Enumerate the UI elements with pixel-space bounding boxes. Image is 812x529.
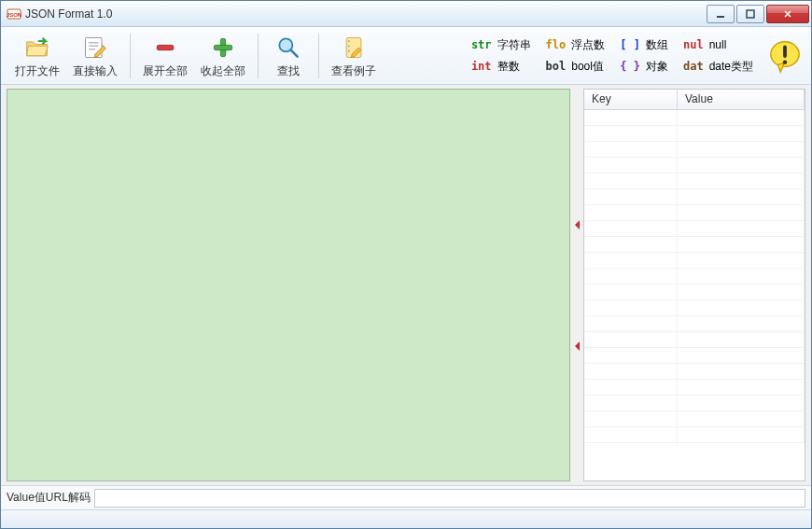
svg-rect-5 xyxy=(157,45,174,49)
minus-icon xyxy=(151,34,179,62)
table-row[interactable] xyxy=(584,427,805,443)
plus-icon xyxy=(209,34,237,62)
table-row[interactable] xyxy=(584,158,805,174)
svg-rect-2 xyxy=(717,16,724,18)
search-icon xyxy=(274,34,302,62)
notebook-icon xyxy=(340,34,368,62)
find-label: 查找 xyxy=(277,63,300,79)
toolbar-separator xyxy=(318,34,319,78)
table-row[interactable] xyxy=(584,411,805,427)
open-file-button[interactable]: 打开文件 xyxy=(8,29,66,82)
svg-point-11 xyxy=(348,45,350,47)
toolbar-separator xyxy=(130,34,131,78)
warning-icon[interactable] xyxy=(766,37,804,75)
toolbar: 打开文件 直接输入 展开全部 收起全部 xyxy=(1,27,811,85)
table-row[interactable] xyxy=(584,205,805,221)
legend-bol: bolbool值 xyxy=(546,59,606,75)
legend-int: int整数 xyxy=(471,59,531,75)
splitter-handle[interactable] xyxy=(574,89,580,481)
table-row[interactable] xyxy=(584,269,805,285)
app-icon: JSON xyxy=(7,7,21,21)
svg-rect-3 xyxy=(747,10,754,18)
col-key[interactable]: Key xyxy=(584,90,678,109)
table-row[interactable] xyxy=(584,396,805,411)
window-title: JSON Format 1.0 xyxy=(25,7,705,21)
table-row[interactable] xyxy=(584,142,805,158)
edit-icon xyxy=(81,34,109,62)
table-row[interactable] xyxy=(584,380,805,396)
find-button[interactable]: 查找 xyxy=(264,29,313,82)
legend-nul: nulnull xyxy=(683,38,753,51)
table-body[interactable] xyxy=(584,110,805,480)
svg-rect-14 xyxy=(783,45,787,57)
minimize-button[interactable] xyxy=(707,5,735,23)
direct-input-label: 直接输入 xyxy=(73,63,118,79)
table-row[interactable] xyxy=(584,110,805,126)
table-row[interactable] xyxy=(584,189,805,205)
col-value[interactable]: Value xyxy=(678,90,805,109)
table-row[interactable] xyxy=(584,237,805,253)
svg-text:JSON: JSON xyxy=(7,12,21,18)
status-bar xyxy=(1,509,811,528)
table-header: Key Value xyxy=(584,90,805,110)
toolbar-separator xyxy=(258,34,259,78)
collapse-all-button[interactable]: 收起全部 xyxy=(194,29,252,82)
url-decode-input[interactable] xyxy=(94,489,805,508)
content-area: Key Value xyxy=(1,85,811,485)
table-row[interactable] xyxy=(584,300,805,316)
app-window: JSON JSON Format 1.0 打开文件 xyxy=(0,0,812,529)
open-file-label: 打开文件 xyxy=(15,63,60,79)
collapse-all-label: 收起全部 xyxy=(201,63,245,79)
expand-all-button[interactable]: 展开全部 xyxy=(136,29,194,82)
table-row[interactable] xyxy=(584,174,805,189)
kv-table: Key Value xyxy=(583,89,805,481)
table-row[interactable] xyxy=(584,285,805,300)
expand-all-label: 展开全部 xyxy=(143,63,188,79)
view-example-label: 查看例子 xyxy=(331,63,376,79)
json-editor[interactable] xyxy=(7,89,570,481)
close-button[interactable] xyxy=(766,5,809,23)
window-controls xyxy=(705,5,809,23)
bottom-bar: Value值URL解码 xyxy=(1,485,811,509)
svg-point-10 xyxy=(348,40,350,42)
folder-open-icon xyxy=(23,34,51,62)
svg-rect-7 xyxy=(214,45,231,49)
legend-str: str字符串 xyxy=(471,37,531,53)
splitter-arrow-icon xyxy=(575,341,580,351)
titlebar[interactable]: JSON JSON Format 1.0 xyxy=(1,1,811,27)
table-row[interactable] xyxy=(584,364,805,380)
maximize-button[interactable] xyxy=(736,5,764,23)
legend-flo: flo浮点数 xyxy=(546,37,606,53)
legend-arr: [ ]数组 xyxy=(620,37,668,53)
svg-point-15 xyxy=(783,60,787,63)
table-row[interactable] xyxy=(584,126,805,142)
url-decode-label: Value值URL解码 xyxy=(7,490,91,506)
legend-obj: { }对象 xyxy=(620,59,668,75)
type-legend: str字符串 flo浮点数 [ ]数组 nulnull int整数 bolboo… xyxy=(471,37,761,75)
table-row[interactable] xyxy=(584,316,805,332)
legend-dat: datdate类型 xyxy=(683,59,753,75)
view-example-button[interactable]: 查看例子 xyxy=(325,29,383,82)
table-row[interactable] xyxy=(584,332,805,348)
splitter-arrow-icon xyxy=(575,220,580,230)
direct-input-button[interactable]: 直接输入 xyxy=(66,29,124,82)
table-row[interactable] xyxy=(584,221,805,237)
svg-point-12 xyxy=(348,50,350,52)
table-row[interactable] xyxy=(584,348,805,364)
table-row[interactable] xyxy=(584,253,805,269)
